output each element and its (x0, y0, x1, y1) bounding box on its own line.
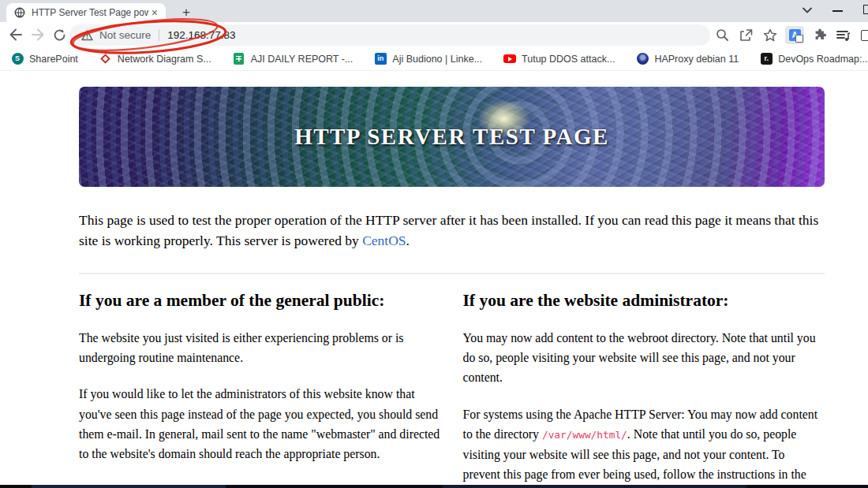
tab-strip: HTTP Server Test Page powered × + (0, 0, 868, 22)
star-icon (763, 28, 777, 42)
page-title: HTTP SERVER TEST PAGE (294, 124, 609, 150)
general-public-heading: If you are a member of the general publi… (79, 291, 441, 311)
bookmark-item[interactable]: AJI DAILY REPORT -... (233, 53, 354, 65)
paragraph-apache: For systems using the Apache HTTP Server… (463, 404, 825, 488)
bookmark-label: DevOps Roadmap:... (778, 54, 868, 65)
side-panel-icon (861, 30, 868, 41)
search-icon (716, 28, 729, 42)
centos-link[interactable]: CentOS (362, 233, 406, 248)
code-path: /var/www/html/ (542, 429, 627, 441)
tab-close-icon[interactable]: × (148, 7, 161, 18)
general-public-column: If you are a member of the general publi… (79, 291, 441, 488)
reload-icon (53, 28, 66, 42)
forward-button[interactable] (29, 26, 47, 43)
bookmark-item[interactable]: in Aji Budiono | Linke... (374, 53, 482, 65)
bookmark-item[interactable]: Tutup DDOS attack... (503, 53, 615, 65)
playlist-music-icon (836, 29, 851, 42)
extensions-button[interactable] (811, 27, 828, 43)
not-secure-warning-icon (81, 30, 93, 41)
bookmark-star-button[interactable] (761, 27, 778, 43)
bookmark-favicon-icon: in (374, 53, 387, 65)
globe-favicon-icon (14, 7, 25, 18)
paragraph: The website you just visited is either e… (79, 328, 441, 367)
share-button[interactable] (738, 27, 754, 43)
puzzle-icon (813, 28, 827, 43)
toolbar-actions: A (714, 26, 868, 44)
bookmark-item[interactable]: HAProxy debian 11 (636, 53, 739, 65)
reload-button[interactable] (51, 26, 68, 43)
url-text[interactable]: 192.168.77.83 (167, 29, 235, 41)
test-page-banner: HTTP SERVER TEST PAGE (79, 87, 825, 187)
bookmark-label: Aji Budiono | Linke... (392, 54, 482, 65)
bookmark-favicon-icon (233, 53, 245, 65)
paragraph: If you would like to let the administrat… (79, 384, 441, 464)
back-button[interactable] (7, 26, 24, 43)
intro-text: This page is used to test the proper ope… (79, 212, 818, 248)
forward-arrow-icon (31, 28, 45, 41)
taskbar-edge (0, 485, 868, 488)
translate-button[interactable]: A (785, 26, 804, 44)
tab-search-chevron-icon[interactable] (802, 6, 813, 14)
security-status-label[interactable]: Not secure (99, 29, 151, 41)
paragraph: You may now add content to the webroot d… (463, 328, 825, 388)
window-maximize-button[interactable] (863, 5, 868, 14)
address-bar[interactable]: Not secure 192.168.77.83 (69, 24, 710, 46)
bookmark-item[interactable]: S SharePoint (11, 53, 78, 65)
bookmark-item[interactable]: r. DevOps Roadmap:... (760, 53, 868, 65)
tab-http-server-test-page[interactable]: HTTP Server Test Page powered × (6, 3, 166, 22)
intro-paragraph: This page is used to test the proper ope… (79, 210, 825, 251)
back-arrow-icon (9, 28, 23, 41)
share-icon (739, 28, 754, 42)
browser-toolbar: Not secure 192.168.77.83 (0, 22, 868, 47)
bookmark-item[interactable]: Network Diagram S... (99, 53, 211, 65)
bookmark-favicon-icon (503, 53, 516, 65)
bookmark-favicon-icon: S (11, 53, 24, 65)
bookmark-favicon-icon (636, 53, 649, 65)
page-content: HTTP SERVER TEST PAGE This page is used … (0, 72, 868, 488)
divider (79, 273, 825, 274)
window-minimize-button[interactable] (832, 10, 843, 12)
tab-title: HTTP Server Test Page powered (32, 7, 148, 18)
search-button[interactable] (714, 27, 731, 43)
bookmark-label: Tutup DDOS attack... (522, 54, 615, 65)
translate-icon: A (789, 29, 801, 41)
new-tab-button[interactable]: + (177, 4, 196, 21)
bookmark-label: HAProxy debian 11 (654, 54, 739, 65)
administrator-heading: If you are the website administrator: (463, 291, 825, 311)
bookmark-label: AJI DAILY REPORT -... (251, 54, 354, 65)
bookmarks-bar: S SharePoint Network Diagram S... AJI DA… (0, 47, 868, 71)
media-playlist-button[interactable] (835, 27, 851, 43)
browser-window: HTTP Server Test Page powered × + (0, 0, 868, 488)
bookmark-favicon-icon (99, 53, 112, 65)
administrator-column: If you are the website administrator: Yo… (463, 291, 825, 488)
bookmark-label: SharePoint (29, 54, 78, 65)
bookmark-label: Network Diagram S... (118, 54, 211, 65)
side-panel-button[interactable] (859, 27, 868, 43)
omnibox-divider (159, 29, 159, 41)
intro-text-end: . (406, 233, 410, 248)
bookmark-favicon-icon: r. (760, 53, 773, 65)
